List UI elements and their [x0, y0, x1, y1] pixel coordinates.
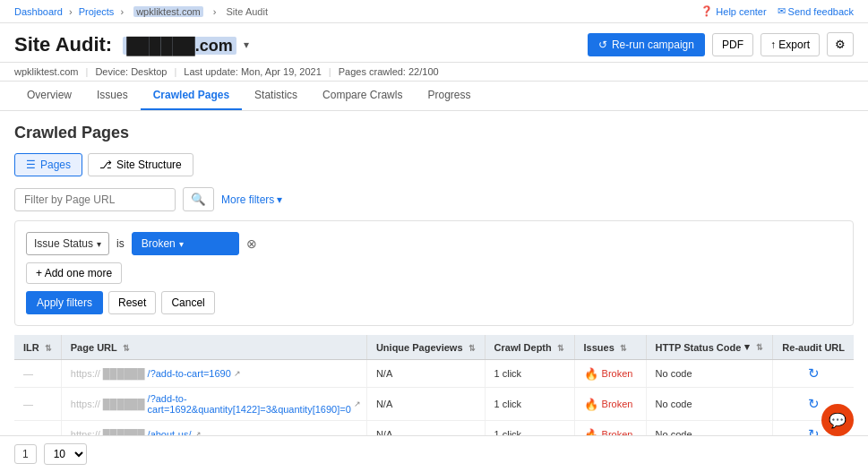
- table-header-row: ILR ⇅ Page URL ⇅ Unique Pageviews ⇅ Craw…: [14, 335, 854, 360]
- tabs-bar: Overview Issues Crawled Pages Statistics…: [0, 82, 868, 111]
- tab-crawled-pages[interactable]: Crawled Pages: [141, 82, 242, 110]
- chevron-down-icon: ▾: [97, 239, 101, 249]
- sub-info-bar: wpkliktest.com | Device: Desktop | Last …: [0, 63, 868, 82]
- gear-icon: ⚙: [835, 38, 846, 51]
- filter-value-dropdown[interactable]: Broken ▾: [132, 232, 239, 255]
- chevron-down-icon-value: ▾: [179, 239, 184, 249]
- issues-label: Broken: [602, 399, 633, 409]
- structure-icon: ⎇: [99, 159, 112, 171]
- refresh-icon: ↺: [598, 39, 607, 51]
- crawled-pages-heading: Crawled Pages: [14, 124, 854, 142]
- cancel-filters-button[interactable]: Cancel: [161, 291, 214, 314]
- chevron-down-icon: ▾: [277, 193, 282, 206]
- apply-filters-button[interactable]: Apply filters: [26, 291, 103, 314]
- site-structure-view-button[interactable]: ⎇ Site Structure: [88, 153, 193, 176]
- filter-operator-label: is: [116, 237, 125, 250]
- cell-status: No code: [646, 388, 773, 421]
- site-label: wpkliktest.com: [14, 66, 79, 77]
- pdf-button[interactable]: PDF: [712, 33, 753, 56]
- header-left: Site Audit: ██████.com ▾: [14, 33, 249, 56]
- cell-ilr: —: [14, 388, 61, 421]
- rerun-campaign-button[interactable]: ↺ Re-run campaign: [588, 33, 705, 56]
- external-link-icon: ↗: [354, 399, 361, 408]
- filter-bar: 🔍 More filters ▾: [14, 187, 854, 211]
- feedback-icon: ✉: [778, 5, 786, 17]
- filter-condition-row: Issue Status ▾ is Broken ▾ ⊗: [26, 232, 842, 255]
- filter-field-dropdown[interactable]: Issue Status ▾: [26, 232, 109, 255]
- last-update-label: Last update: Mon, Apr 19, 2021: [184, 66, 322, 77]
- device-label: Device: Desktop: [95, 66, 167, 77]
- current-page-indicator: 1: [14, 444, 37, 464]
- export-button[interactable]: ↑ Export: [761, 33, 820, 56]
- chevron-down-icon-status: ▾: [744, 341, 750, 353]
- filter-search-button[interactable]: 🔍: [183, 187, 214, 211]
- project-name-badge: ██████.com: [123, 37, 236, 55]
- tab-overview[interactable]: Overview: [14, 82, 84, 110]
- question-icon: ❓: [700, 5, 713, 17]
- col-header-status[interactable]: HTTP Status Code ▾ ⇅: [646, 335, 773, 360]
- table-row: — https://██████/?add-to-cart=1690 ↗ N/A…: [14, 360, 854, 388]
- cell-url: https://██████/?add-to-cart=1690 ↗: [61, 360, 366, 388]
- reaudit-button[interactable]: ↻: [808, 396, 820, 411]
- top-bar-actions: ❓ Help center ✉ Send feedback: [700, 5, 854, 17]
- fire-icon: 🔥: [584, 367, 598, 381]
- help-center-link[interactable]: ❓ Help center: [700, 5, 766, 17]
- tab-compare-crawls[interactable]: Compare Crawls: [310, 82, 415, 110]
- breadcrumb: Dashboard › Projects › wpkliktest.com › …: [14, 6, 271, 17]
- cell-status: No code: [646, 360, 773, 388]
- col-header-issues[interactable]: Issues ⇅: [574, 335, 646, 360]
- top-bar: Dashboard › Projects › wpkliktest.com › …: [0, 0, 868, 23]
- cell-ilr: —: [14, 360, 61, 388]
- settings-button[interactable]: ⚙: [827, 32, 854, 56]
- add-filter-button[interactable]: + Add one more: [26, 262, 122, 284]
- cell-depth: 1 click: [485, 388, 574, 421]
- reaudit-button[interactable]: ↻: [808, 365, 820, 381]
- dropdown-toggle[interactable]: ▾: [244, 39, 249, 51]
- breadcrumb-dashboard[interactable]: Dashboard: [14, 6, 63, 17]
- col-header-depth[interactable]: Crawl Depth ⇅: [485, 335, 574, 360]
- chat-support-button[interactable]: 💬: [821, 404, 854, 436]
- pages-crawled-label: Pages crawled: 22/100: [339, 66, 439, 77]
- tab-progress[interactable]: Progress: [415, 82, 483, 110]
- page-url-link[interactable]: https://██████/?add-to-cart=1692&quantit…: [71, 393, 361, 415]
- filter-actions: Apply filters Reset Cancel: [26, 291, 842, 314]
- send-feedback-link[interactable]: ✉ Send feedback: [778, 5, 854, 17]
- page-title: Site Audit: ██████.com: [14, 33, 236, 56]
- reset-filters-button[interactable]: Reset: [108, 291, 156, 314]
- per-page-select[interactable]: 10 25 50: [44, 443, 87, 465]
- page-url-link[interactable]: https://██████/?add-to-cart=1690 ↗: [71, 368, 241, 379]
- page-content: Crawled Pages ☰ Pages ⎇ Site Structure 🔍…: [0, 111, 868, 472]
- filter-section: Issue Status ▾ is Broken ▾ ⊗ + Add one m…: [14, 220, 854, 326]
- col-header-reaudit: Re-audit URL: [773, 335, 854, 360]
- breadcrumb-project-name: wpkliktest.com: [133, 6, 203, 17]
- add-filter-row: + Add one more: [26, 262, 842, 284]
- cell-issues: 🔥 Broken: [574, 360, 646, 388]
- table-row: — https://██████/?add-to-cart=1692&quant…: [14, 388, 854, 421]
- fire-icon: 🔥: [584, 398, 598, 411]
- issues-label: Broken: [602, 368, 633, 379]
- upload-icon: ↑: [770, 39, 776, 51]
- cell-depth: 1 click: [485, 360, 574, 388]
- col-header-ilr[interactable]: ILR ⇅: [14, 335, 61, 360]
- col-header-unique[interactable]: Unique Pageviews ⇅: [366, 335, 485, 360]
- pages-icon: ☰: [26, 159, 36, 171]
- header-right: ↺ Re-run campaign PDF ↑ Export ⚙: [588, 32, 854, 56]
- tab-statistics[interactable]: Statistics: [242, 82, 310, 110]
- cell-issues: 🔥 Broken: [574, 388, 646, 421]
- cell-reaudit: ↻: [773, 360, 854, 388]
- tab-issues[interactable]: Issues: [84, 82, 141, 110]
- cell-unique: N/A: [366, 360, 485, 388]
- chat-icon: 💬: [829, 412, 847, 429]
- cell-url: https://██████/?add-to-cart=1692&quantit…: [61, 388, 366, 421]
- header: Site Audit: ██████.com ▾ ↺ Re-run campai…: [0, 23, 868, 63]
- url-filter-input[interactable]: [14, 188, 176, 211]
- pages-view-button[interactable]: ☰ Pages: [14, 153, 82, 176]
- view-toggle: ☰ Pages ⎇ Site Structure: [14, 153, 854, 176]
- pagination-bar: 1 10 25 50: [0, 435, 868, 472]
- more-filters-button[interactable]: More filters ▾: [221, 193, 282, 206]
- col-header-url[interactable]: Page URL ⇅: [61, 335, 366, 360]
- breadcrumb-projects[interactable]: Projects: [79, 6, 115, 17]
- external-link-icon: ↗: [234, 369, 241, 378]
- filter-clear-button[interactable]: ⊗: [246, 236, 257, 251]
- breadcrumb-current: Site Audit: [227, 6, 268, 17]
